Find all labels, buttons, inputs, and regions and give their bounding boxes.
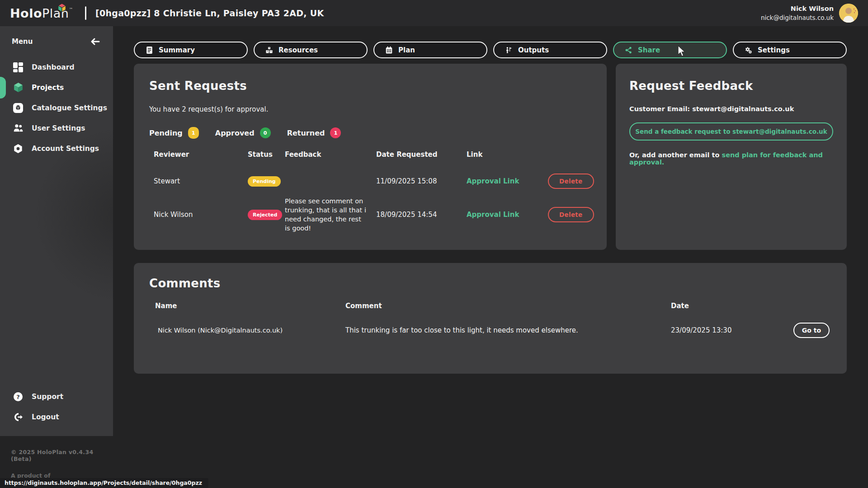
column-date-requested: Date Requested [376, 150, 467, 159]
table-row: Stewart Pending 11/09/2025 15:08 Approva… [154, 166, 591, 197]
users-icon [12, 122, 24, 134]
active-indicator [0, 77, 6, 99]
sidebar-item-label: Support [32, 393, 63, 401]
sidebar-item-logout[interactable]: Logout [0, 407, 113, 427]
sidebar-item-dashboard[interactable]: Dashboard [0, 57, 113, 77]
comment-text: This trunking is far too close to this l… [345, 326, 671, 334]
sidebar-item-catalogue-settings[interactable]: Catalogue Settings [0, 98, 113, 118]
customer-email-label: Customer Email: [629, 105, 692, 113]
link-preview-status-bar: https://diginauts.holoplan.app/Projects/… [0, 478, 208, 488]
gears-icon [745, 46, 752, 54]
column-comment: Comment [345, 302, 671, 310]
comment-date: 23/09/2025 13:30 [671, 326, 793, 334]
sidebar-item-label: Dashboard [32, 63, 75, 71]
project-title: [0hga0pzz] 8 Christie Ln, Paisley PA3 2A… [95, 8, 324, 18]
column-status: Status [248, 150, 285, 159]
tab-summary[interactable]: Summary [134, 42, 248, 58]
tab-label: Settings [758, 46, 790, 54]
header-divider [85, 6, 86, 20]
approval-link[interactable]: Approval Link [467, 211, 519, 219]
approved-label: Approved [215, 129, 255, 137]
sidebar-item-label: Account Settings [32, 145, 99, 153]
customer-email-value: stewart@digitalnauts.co.uk [692, 105, 794, 113]
sent-requests-table: Reviewer Status Feedback Date Requested … [149, 150, 591, 233]
tab-label: Summary [159, 46, 195, 54]
or-add-email-line: Or, add another email to send plan for f… [629, 151, 833, 166]
sidebar-item-account-settings[interactable]: Account Settings [0, 138, 113, 159]
approved-count-badge: 0 [260, 127, 271, 138]
goto-button[interactable]: Go to [793, 323, 830, 338]
status-badge: Rejected [248, 210, 282, 220]
comment-row: Nick Wilson (Nick@Digitalnauts.co.uk) Th… [149, 323, 831, 338]
tab-resources[interactable]: Resources [254, 42, 368, 58]
sidebar-item-label: User Settings [32, 124, 85, 132]
pending-label: Pending [149, 129, 183, 137]
request-counters: Pending 1 Approved 0 Returned 1 [149, 127, 591, 139]
tab-settings[interactable]: Settings [733, 42, 847, 58]
logo-trademark: ™ [69, 7, 73, 12]
tab-outputs[interactable]: Outputs [493, 42, 607, 58]
holoplan-logo[interactable]: HoloPlan™ [10, 6, 73, 20]
logo-cube-icon [57, 1, 67, 15]
nut-icon [12, 143, 24, 154]
tab-label: Resources [278, 46, 318, 54]
request-feedback-title: Request Feedback [629, 79, 833, 93]
dashboard-icon [12, 62, 24, 73]
send-feedback-request-button[interactable]: Send a feedback request to stewart@digit… [629, 122, 833, 141]
collapse-sidebar-icon[interactable] [90, 36, 100, 47]
sidebar-item-projects[interactable]: Projects [0, 77, 113, 98]
feedback-text: Please see comment on trunking, that is … [285, 197, 376, 233]
customer-email-line: Customer Email: stewart@digitalnauts.co.… [629, 105, 833, 113]
approval-link[interactable]: Approval Link [467, 177, 519, 185]
tab-share[interactable]: Share [613, 42, 727, 58]
sidebar: Menu Dashboard [0, 26, 113, 488]
user-block[interactable]: Nick Wilson nick@digitalnauts.co.uk [761, 4, 858, 23]
tab-label: Share [638, 46, 660, 54]
sidebar-item-label: Catalogue Settings [32, 104, 107, 112]
tab-plan[interactable]: Plan [373, 42, 487, 58]
pending-count-badge: 1 [188, 127, 199, 139]
status-url: https://diginauts.holoplan.app/Projects/… [5, 479, 202, 486]
avatar[interactable] [839, 4, 858, 23]
logout-icon [12, 412, 24, 422]
date-requested: 18/09/2025 14:54 [376, 211, 467, 219]
date-requested: 11/09/2025 15:08 [376, 177, 467, 185]
column-name: Name [155, 302, 345, 310]
comments-header-row: Name Comment Date [149, 302, 831, 310]
sent-requests-panel: Sent Requests You have 2 request(s) for … [134, 64, 607, 250]
sidebar-item-label: Projects [32, 84, 64, 92]
column-reviewer: Reviewer [154, 150, 248, 159]
comments-title: Comments [149, 277, 831, 290]
reviewer-name: Stewart [154, 177, 248, 185]
cube-icon [12, 82, 24, 93]
logo-text-bold: Holo [10, 6, 42, 20]
sent-requests-subtitle: You have 2 request(s) for approval. [149, 105, 591, 113]
sent-requests-title: Sent Requests [149, 79, 591, 93]
menu-title: Menu [12, 38, 33, 46]
copyright-text: © 2025 HoloPlan v0.4.34 (Beta) [11, 449, 113, 462]
svg-text:?: ? [16, 393, 20, 400]
or-text: Or, add another email to [629, 151, 722, 159]
comments-panel: Comments Name Comment Date Nick Wilson (… [134, 263, 847, 374]
document-icon [146, 46, 153, 54]
sidebar-item-user-settings[interactable]: User Settings [0, 118, 113, 138]
person-flag-icon [505, 46, 513, 54]
sidebar-item-support[interactable]: ? Support [0, 386, 113, 407]
share-nodes-icon [625, 46, 632, 54]
column-feedback: Feedback [285, 150, 376, 159]
user-name: Nick Wilson [761, 5, 834, 14]
sidebar-item-label: Logout [32, 413, 59, 421]
returned-count-badge: 1 [330, 127, 341, 138]
column-date: Date [671, 302, 793, 310]
delete-button[interactable]: Delete [548, 174, 594, 189]
user-email: nick@digitalnauts.co.uk [761, 14, 834, 22]
app-header: HoloPlan™ [0hga0pzz] 8 Christie Ln, Pais… [0, 0, 868, 26]
returned-label: Returned [287, 129, 325, 137]
reviewer-name: Nick Wilson [154, 211, 248, 219]
commenter-name: Nick Wilson (Nick@Digitalnauts.co.uk) [155, 327, 345, 334]
boxes-icon [265, 46, 273, 54]
tab-label: Plan [398, 46, 415, 54]
delete-button[interactable]: Delete [548, 207, 594, 222]
question-icon: ? [12, 391, 24, 402]
project-tab-bar: Summary Resources Plan [134, 42, 847, 58]
